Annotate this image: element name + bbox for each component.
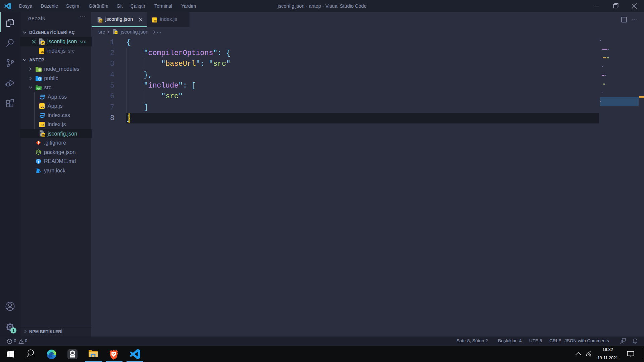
svg-text:JS: JS xyxy=(41,50,44,53)
svg-text:</>: </> xyxy=(37,87,40,90)
svg-text:JS: JS xyxy=(37,151,40,153)
svg-text:JS: JS xyxy=(153,19,156,22)
svg-text:JS: JS xyxy=(115,32,117,34)
svg-text:JS: JS xyxy=(99,20,102,22)
svg-text:JS: JS xyxy=(42,133,45,136)
svg-text:JS: JS xyxy=(41,124,44,127)
svg-text:JS: JS xyxy=(41,42,44,45)
svg-text:JS: JS xyxy=(41,105,44,108)
